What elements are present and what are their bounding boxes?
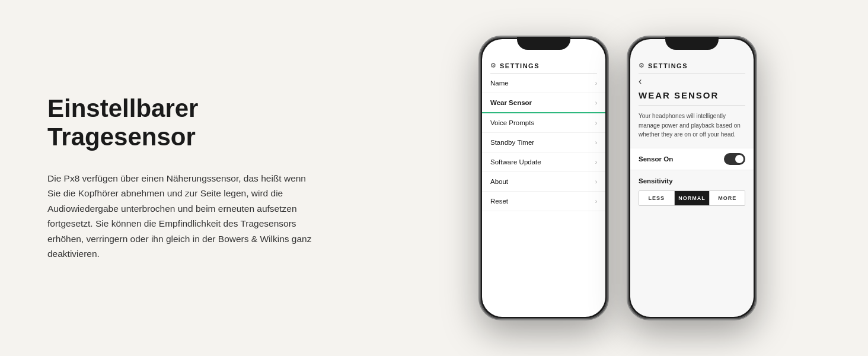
phone-2: ⚙ SETTINGS ‹ WEAR SENSOR Your headphones… xyxy=(627,36,757,320)
menu-item-wear-sensor[interactable]: Wear Sensor › xyxy=(482,93,605,113)
menu-item-about-label: About xyxy=(490,178,508,185)
toggle-knob xyxy=(735,155,743,163)
phone-2-notch xyxy=(665,37,719,50)
phone2-vol-down-button xyxy=(756,131,757,148)
sensitivity-less-button[interactable]: LESS xyxy=(639,191,675,205)
menu-item-about[interactable]: About › xyxy=(482,172,605,192)
text-section: Einstellbarer Tragesensor Die Px8 verfüg… xyxy=(0,59,368,297)
back-button[interactable]: ‹ xyxy=(630,74,754,87)
vol-up-button xyxy=(608,108,609,126)
power-button xyxy=(478,114,480,138)
chevron-voice-prompts-icon: › xyxy=(595,120,597,126)
settings-sliders-icon: ⚙ xyxy=(490,62,496,69)
sensitivity-more-button[interactable]: MORE xyxy=(709,191,745,205)
wear-sensor-heading: WEAR SENSOR xyxy=(630,87,754,105)
phone-1: ⚙ SETTINGS Name › Wear Sensor › xyxy=(478,36,609,320)
phone2-vol-up-button xyxy=(756,108,757,126)
wear-sensor-divider xyxy=(639,105,745,106)
menu-item-reset[interactable]: Reset › xyxy=(482,192,605,211)
phone-2-content: ⚙ SETTINGS ‹ WEAR SENSOR Your headphones… xyxy=(630,39,754,317)
sensitivity-label: Sensitivity xyxy=(639,177,745,185)
sensor-on-row: Sensor On xyxy=(630,148,754,170)
phone2-power-button xyxy=(627,114,628,138)
phone-2-settings-title: SETTINGS xyxy=(648,62,688,69)
phone-1-settings-header: ⚙ SETTINGS xyxy=(482,56,605,73)
menu-item-software-update[interactable]: Software Update › xyxy=(482,152,605,172)
menu-item-name[interactable]: Name › xyxy=(482,74,605,93)
page-headline: Einstellbarer Tragesensor xyxy=(47,94,320,152)
chevron-software-update-icon: › xyxy=(595,159,597,166)
wear-sensor-description: Your headphones will intelligently manag… xyxy=(630,112,754,148)
phone-1-notch xyxy=(517,37,570,50)
vol-down-button xyxy=(608,131,609,148)
page-body: Die Px8 verfügen über einen Näherungssen… xyxy=(47,171,320,262)
phone2-settings-sliders-icon: ⚙ xyxy=(639,62,644,69)
sensitivity-buttons: LESS NORMAL MORE xyxy=(639,190,745,206)
phone-1-content: ⚙ SETTINGS Name › Wear Sensor › xyxy=(482,39,605,317)
page-wrapper: Einstellbarer Tragesensor Die Px8 verfüg… xyxy=(0,0,868,356)
chevron-reset-icon: › xyxy=(595,198,597,205)
phone-1-screen: ⚙ SETTINGS Name › Wear Sensor › xyxy=(482,39,605,317)
chevron-name-icon: › xyxy=(595,80,597,87)
menu-item-software-update-label: Software Update xyxy=(490,158,541,166)
sensitivity-section: Sensitivity LESS NORMAL MORE xyxy=(630,170,754,209)
phones-section: ⚙ SETTINGS Name › Wear Sensor › xyxy=(368,0,868,356)
menu-item-name-label: Name xyxy=(490,80,509,87)
menu-item-reset-label: Reset xyxy=(490,198,508,205)
sensor-on-toggle[interactable] xyxy=(724,153,745,165)
menu-item-standby-timer[interactable]: Standby Timer › xyxy=(482,133,605,152)
menu-item-voice-prompts[interactable]: Voice Prompts › xyxy=(482,113,605,133)
chevron-standby-timer-icon: › xyxy=(595,139,597,146)
chevron-wear-sensor-icon: › xyxy=(595,100,597,106)
phone-2-screen: ⚙ SETTINGS ‹ WEAR SENSOR Your headphones… xyxy=(630,39,754,317)
phone-1-settings-title: SETTINGS xyxy=(500,62,540,69)
phone-2-settings-header: ⚙ SETTINGS xyxy=(630,56,754,73)
sensitivity-normal-button[interactable]: NORMAL xyxy=(675,191,710,205)
menu-item-standby-timer-label: Standby Timer xyxy=(490,139,534,146)
sensor-on-label: Sensor On xyxy=(639,155,673,163)
menu-item-voice-prompts-label: Voice Prompts xyxy=(490,119,534,126)
menu-item-wear-sensor-label: Wear Sensor xyxy=(490,99,532,106)
chevron-about-icon: › xyxy=(595,179,597,185)
